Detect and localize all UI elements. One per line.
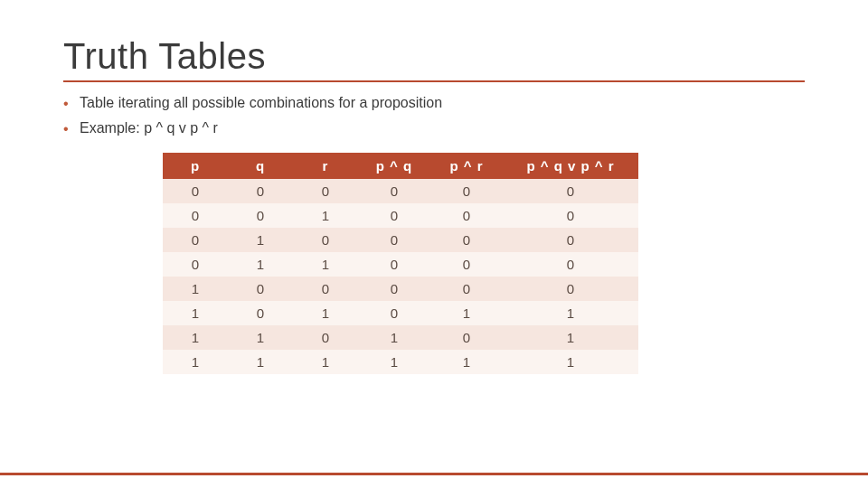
table-cell: 0 bbox=[293, 277, 358, 301]
table-cell: 0 bbox=[163, 179, 228, 203]
table-row: 0 1 1 0 0 0 bbox=[163, 252, 638, 277]
table-cell: 0 bbox=[358, 179, 430, 203]
table-cell: 0 bbox=[228, 277, 293, 301]
table-cell: 0 bbox=[358, 252, 430, 277]
table-cell: 1 bbox=[503, 301, 638, 325]
footer-divider bbox=[0, 473, 868, 475]
table-row: 0 0 1 0 0 0 bbox=[163, 203, 638, 228]
table-cell: 1 bbox=[163, 350, 228, 374]
table-cell: 0 bbox=[228, 203, 293, 228]
table-cell: 0 bbox=[503, 277, 638, 301]
slide: Truth Tables Table iterating all possibl… bbox=[0, 0, 868, 392]
table-cell: 0 bbox=[163, 252, 228, 277]
table-cell: 0 bbox=[503, 179, 638, 203]
table-row: 1 1 1 1 1 1 bbox=[163, 350, 638, 374]
table-cell: 1 bbox=[430, 301, 503, 325]
table-cell: 0 bbox=[430, 179, 503, 203]
table-cell: 0 bbox=[293, 228, 358, 252]
table-row: 1 0 1 0 1 1 bbox=[163, 301, 638, 325]
table-cell: 0 bbox=[430, 325, 503, 350]
table-cell: 1 bbox=[293, 350, 358, 374]
table-cell: 1 bbox=[358, 350, 430, 374]
table-cell: 1 bbox=[503, 350, 638, 374]
table-cell: 0 bbox=[228, 301, 293, 325]
truth-table: p q r p ^ q p ^ r p ^ q v p ^ r 0 0 0 0 … bbox=[163, 153, 638, 374]
table-cell: 1 bbox=[430, 350, 503, 374]
table-cell: 1 bbox=[293, 203, 358, 228]
table-cell: 0 bbox=[430, 277, 503, 301]
bullet-item: Table iterating all possible combination… bbox=[63, 95, 805, 111]
table-cell: 1 bbox=[293, 252, 358, 277]
bullet-item: Example: p ^ q v p ^ r bbox=[63, 120, 805, 136]
table-header: p bbox=[163, 153, 228, 179]
table-header: p ^ q v p ^ r bbox=[503, 153, 638, 179]
table-cell: 0 bbox=[503, 203, 638, 228]
table-header: p ^ r bbox=[430, 153, 503, 179]
table-cell: 1 bbox=[163, 301, 228, 325]
table-cell: 0 bbox=[293, 325, 358, 350]
table-header-row: p q r p ^ q p ^ r p ^ q v p ^ r bbox=[163, 153, 638, 179]
table-cell: 0 bbox=[358, 228, 430, 252]
table-header: q bbox=[228, 153, 293, 179]
table-row: 0 1 0 0 0 0 bbox=[163, 228, 638, 252]
table-container: p q r p ^ q p ^ r p ^ q v p ^ r 0 0 0 0 … bbox=[63, 153, 805, 374]
table-cell: 0 bbox=[503, 228, 638, 252]
table-cell: 1 bbox=[503, 325, 638, 350]
table-cell: 1 bbox=[163, 277, 228, 301]
table-cell: 0 bbox=[503, 252, 638, 277]
table-cell: 0 bbox=[430, 228, 503, 252]
table-cell: 0 bbox=[228, 179, 293, 203]
bullet-list: Table iterating all possible combination… bbox=[63, 95, 805, 136]
table-cell: 0 bbox=[358, 301, 430, 325]
table-cell: 1 bbox=[358, 325, 430, 350]
table-header: r bbox=[293, 153, 358, 179]
table-cell: 0 bbox=[430, 252, 503, 277]
table-cell: 0 bbox=[163, 228, 228, 252]
table-row: 1 1 0 1 0 1 bbox=[163, 325, 638, 350]
table-cell: 0 bbox=[358, 203, 430, 228]
table-cell: 0 bbox=[430, 203, 503, 228]
table-row: 0 0 0 0 0 0 bbox=[163, 179, 638, 203]
table-cell: 1 bbox=[228, 252, 293, 277]
table-row: 1 0 0 0 0 0 bbox=[163, 277, 638, 301]
title-underline bbox=[63, 80, 805, 82]
slide-title: Truth Tables bbox=[63, 36, 805, 77]
table-cell: 1 bbox=[293, 301, 358, 325]
table-cell: 1 bbox=[228, 228, 293, 252]
table-cell: 0 bbox=[293, 179, 358, 203]
table-cell: 1 bbox=[228, 325, 293, 350]
table-cell: 0 bbox=[358, 277, 430, 301]
table-cell: 1 bbox=[163, 325, 228, 350]
table-cell: 1 bbox=[228, 350, 293, 374]
table-cell: 0 bbox=[163, 203, 228, 228]
table-header: p ^ q bbox=[358, 153, 430, 179]
